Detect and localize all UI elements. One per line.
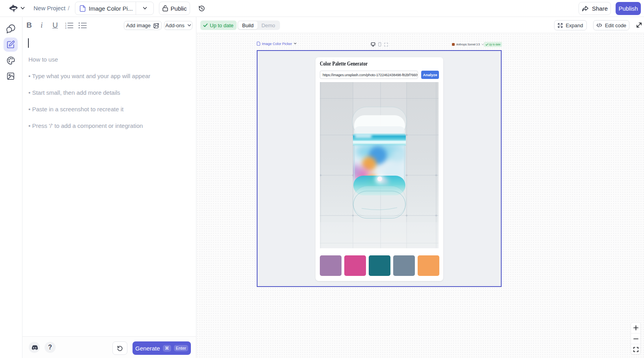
svg-text:3: 3 <box>65 27 67 29</box>
